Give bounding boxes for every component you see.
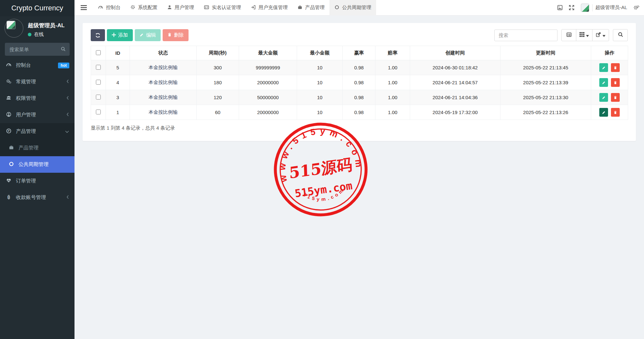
select-all-checkbox[interactable]: [96, 50, 101, 55]
cell-win: 0.98: [343, 75, 375, 90]
table-card: 添加 编辑 删除: [83, 23, 636, 141]
grid-icon: [580, 32, 584, 38]
row-edit-button[interactable]: [599, 63, 608, 72]
circle-icon: [334, 5, 339, 11]
refresh-button[interactable]: [91, 29, 105, 41]
tab-public-period[interactable]: 公共周期管理: [329, 0, 376, 16]
export-button[interactable]: [592, 29, 609, 41]
sidebar-item-products-parent[interactable]: P 产品管理: [0, 123, 75, 140]
svg-text:B: B: [7, 195, 10, 199]
sidebar-item-orders[interactable]: 订单管理: [0, 173, 75, 189]
cell-period: 60: [197, 105, 239, 120]
add-button[interactable]: 添加: [107, 29, 133, 41]
sidebar-menu: 控制台 hot 常规管理 权限管理 用户管理 P 产品管理: [0, 57, 75, 206]
sidebar-item-dashboard[interactable]: 控制台 hot: [0, 57, 75, 74]
cell-status[interactable]: 本金按比例输: [130, 75, 197, 90]
columns-button[interactable]: [576, 29, 592, 41]
row-edit-button[interactable]: [599, 108, 608, 117]
cell-max: 20000000: [239, 105, 297, 120]
user-status-label: 在线: [34, 31, 44, 38]
tab-dashboard[interactable]: 控制台: [93, 0, 125, 16]
detail-view-button[interactable]: [561, 29, 576, 41]
user-panel: 超级管理员-AL 在线: [0, 16, 75, 41]
sidebar-item-public-period[interactable]: 公共周期管理: [0, 156, 75, 173]
sidebar-item-payment-accounts[interactable]: B 收款账号管理: [0, 189, 75, 206]
tab-label: 产品管理: [305, 5, 325, 11]
view-button-group: [561, 29, 609, 41]
row-checkbox[interactable]: [96, 95, 101, 99]
row-delete-button[interactable]: [611, 78, 620, 87]
navbar-user-name: 超级管理员-AL: [595, 5, 627, 11]
tab-identity-verify[interactable]: 实名认证管理: [199, 0, 246, 16]
data-table: ID 状态 周期(秒) 最大金额 最小金额 赢率 赔率 创建时间 更新时间 操作…: [91, 46, 628, 120]
cell-status[interactable]: 本金按比例输: [130, 90, 197, 105]
column-header-win: 赢率: [343, 46, 375, 60]
cell-actions: [591, 105, 628, 120]
bitcoin-icon: B: [6, 194, 12, 201]
row-checkbox[interactable]: [96, 80, 101, 85]
tab-system-config[interactable]: 系统配置: [125, 0, 162, 16]
settings-gears-icon[interactable]: [630, 0, 642, 16]
cell-status[interactable]: 本金按比例输: [130, 60, 197, 75]
sidebar-item-product-manage[interactable]: 产品管理: [0, 140, 75, 156]
tab-label: 控制台: [106, 5, 121, 11]
cell-odds: 1.00: [375, 75, 410, 90]
row-edit-button[interactable]: [599, 78, 608, 87]
tab-user-recharge[interactable]: 用户充值管理: [246, 0, 293, 16]
row-delete-button[interactable]: [611, 93, 620, 102]
table-search-input[interactable]: [494, 29, 558, 41]
top-navbar: 控制台 系统配置 用户管理 实名认证管理 用户充值管理 产品管理 公共周期管理 …: [75, 0, 644, 16]
column-header-actions: 操作: [591, 46, 628, 60]
row-delete-button[interactable]: [611, 108, 620, 117]
sidebar-item-permissions[interactable]: 权限管理: [0, 90, 75, 107]
export-icon: [596, 32, 601, 39]
product-icon: P: [6, 128, 12, 135]
sidebar-search-input[interactable]: [5, 43, 70, 56]
cell-win: 0.98: [343, 60, 375, 75]
dashboard-icon: [6, 62, 12, 69]
cell-updated: 2025-05-22 21:13:26: [500, 105, 591, 120]
list-icon: [566, 32, 572, 39]
row-checkbox[interactable]: [96, 110, 101, 114]
tab-product-manage[interactable]: 产品管理: [293, 0, 329, 16]
briefcase-icon: [297, 5, 303, 11]
cell-period: 120: [197, 90, 239, 105]
pencil-icon: [140, 32, 144, 38]
fullscreen-icon[interactable]: [566, 0, 578, 16]
cell-status[interactable]: 本金按比例输: [130, 105, 197, 120]
column-header-odds: 赔率: [375, 46, 410, 60]
id-card-icon: [204, 5, 209, 11]
cell-min: 10: [297, 75, 343, 90]
user-icon: [167, 5, 172, 11]
dashboard-icon: [98, 5, 103, 11]
caret-down-icon: [586, 32, 589, 38]
row-checkbox[interactable]: [96, 65, 101, 70]
cell-id: 5: [106, 60, 130, 75]
edit-button[interactable]: 编辑: [135, 29, 161, 41]
search-submit-button[interactable]: [613, 29, 628, 41]
cell-created: 2024-05-19 17:32:00: [410, 105, 500, 120]
delete-button[interactable]: 删除: [163, 29, 189, 41]
svg-text:515ym.com: 515ym.com: [302, 186, 347, 205]
sidebar-item-label: 公共周期管理: [18, 161, 49, 168]
gears-icon: [6, 79, 12, 85]
column-header-id: ID: [106, 46, 130, 60]
row-delete-button[interactable]: [611, 63, 620, 72]
sidebar-group-products: P 产品管理 产品管理 公共周期管理: [0, 123, 75, 173]
sidebar-search: [5, 43, 70, 56]
sidebar-item-users[interactable]: 用户管理: [0, 107, 75, 123]
tab-label: 系统配置: [138, 5, 157, 11]
chevron-left-icon: [66, 112, 69, 118]
watermark-title: 515源码: [289, 155, 352, 182]
tab-user-manage[interactable]: 用户管理: [162, 0, 199, 16]
image-icon[interactable]: [554, 0, 566, 16]
cell-min: 10: [297, 105, 343, 120]
navbar-user-menu[interactable]: 超级管理员-AL: [578, 0, 630, 16]
sidebar-toggle-button[interactable]: [75, 0, 93, 16]
column-header-min: 最小金额: [297, 46, 343, 60]
chevron-left-icon: [66, 96, 69, 101]
sidebar-item-label: 用户管理: [16, 111, 36, 118]
cell-actions: [591, 60, 628, 75]
sidebar-item-general[interactable]: 常规管理: [0, 74, 75, 90]
row-edit-button[interactable]: [599, 93, 608, 102]
